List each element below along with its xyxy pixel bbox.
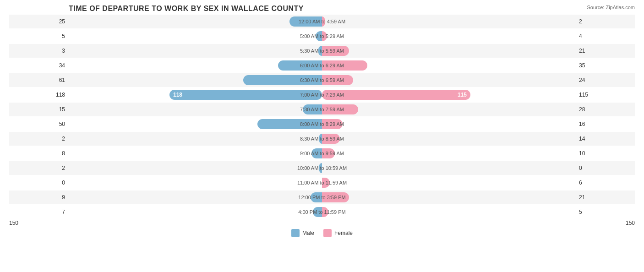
bar-left-wrap <box>128 148 322 158</box>
right-value: 0 <box>575 165 635 171</box>
left-value: 0 <box>9 180 69 186</box>
bars-center: 5:30 AM to 5:59 AM <box>69 44 575 58</box>
bar-left-wrap <box>128 119 322 129</box>
table-row: 2 10:00 AM to 10:59 AM 0 <box>9 161 635 175</box>
bar-right-wrap <box>322 46 516 56</box>
right-value: 5 <box>575 209 635 215</box>
bar-female: 115 <box>322 90 470 100</box>
left-value: 5 <box>9 33 69 39</box>
left-value: 9 <box>9 194 69 201</box>
bar-female <box>322 192 349 202</box>
table-row: 25 12:00 AM to 4:59 AM 2 <box>9 15 635 28</box>
bars-center: 5:00 AM to 5:29 AM <box>69 29 575 43</box>
bar-right-wrap <box>322 31 516 41</box>
bar-left-wrap: 118 <box>128 90 322 100</box>
bars-center: 10:00 AM to 10:59 AM <box>69 161 575 175</box>
table-row: 0 11:00 AM to 11:59 AM 6 <box>9 176 635 190</box>
bar-male <box>257 119 322 129</box>
bar-female <box>322 178 330 188</box>
bars-center: 6:00 AM to 6:29 AM <box>69 59 575 72</box>
left-value: 118 <box>9 92 69 98</box>
bar-female <box>322 16 325 27</box>
table-row: 2 8:30 AM to 8:59 AM 14 <box>9 132 635 146</box>
bar-right-wrap <box>322 163 516 173</box>
bars-center: 11:00 AM to 11:59 AM <box>69 176 575 190</box>
left-value: 3 <box>9 48 69 54</box>
right-value: 21 <box>575 48 635 54</box>
right-value: 4 <box>575 33 635 39</box>
bar-right-wrap <box>322 148 516 158</box>
bars-center: 8:30 AM to 8:59 AM <box>69 132 575 146</box>
bars-center: 4:00 PM to 11:59 PM <box>69 205 575 219</box>
left-value: 61 <box>9 77 69 83</box>
bar-male <box>289 16 322 27</box>
bar-right-wrap: 115 <box>322 90 516 100</box>
legend: Male Female <box>9 229 635 237</box>
source-text: Source: ZipAtlas.com <box>587 5 635 10</box>
bar-left-wrap <box>128 60 322 71</box>
bar-right-wrap <box>322 119 516 129</box>
bar-left-wrap <box>128 192 322 202</box>
right-value: 21 <box>575 194 635 201</box>
bar-left-wrap <box>128 75 322 85</box>
bar-right-wrap <box>322 75 516 85</box>
bar-female <box>322 60 367 71</box>
left-value: 2 <box>9 165 69 171</box>
bar-right-wrap <box>322 60 516 71</box>
bar-female <box>322 134 340 144</box>
bars-center: 6:30 AM to 6:59 AM <box>69 73 575 87</box>
bar-female <box>322 75 353 85</box>
bar-female <box>322 31 327 41</box>
right-value: 115 <box>575 92 635 98</box>
bar-right-wrap <box>322 192 516 202</box>
bar-left-wrap <box>128 104 322 114</box>
axis-left: 150 <box>9 220 18 226</box>
bar-female <box>322 104 358 114</box>
legend-male: Male <box>291 229 314 237</box>
right-value: 28 <box>575 106 635 113</box>
right-value: 35 <box>575 62 635 69</box>
bar-left-wrap <box>128 207 322 217</box>
axis-labels: 150 150 <box>9 220 635 226</box>
left-value: 34 <box>9 62 69 69</box>
bar-left-wrap <box>128 46 322 56</box>
left-value: 50 <box>9 121 69 127</box>
bar-left-wrap <box>128 163 322 173</box>
bar-right-wrap <box>322 178 516 188</box>
bars-center: 9:00 AM to 9:59 AM <box>69 147 575 160</box>
bar-male <box>311 148 322 158</box>
table-row: 61 6:30 AM to 6:59 AM 24 <box>9 73 635 87</box>
legend-female-icon <box>323 229 332 237</box>
bar-left-wrap <box>128 31 322 41</box>
bar-right-wrap <box>322 207 516 217</box>
right-value: 10 <box>575 150 635 157</box>
right-value: 14 <box>575 136 635 142</box>
bars-center: 8:00 AM to 8:29 AM <box>69 117 575 131</box>
chart-container: TIME OF DEPARTURE TO WORK BY SEX IN WALL… <box>0 0 644 272</box>
left-value: 7 <box>9 209 69 215</box>
legend-female-label: Female <box>334 230 353 236</box>
table-row: 15 7:30 AM to 7:59 AM 28 <box>9 103 635 116</box>
bar-left-wrap <box>128 178 322 188</box>
right-value: 2 <box>575 18 635 25</box>
bar-female <box>322 46 349 56</box>
bar-left-wrap <box>128 16 322 27</box>
axis-right: 150 <box>626 220 635 226</box>
bar-male: 118 <box>169 90 322 100</box>
legend-male-icon <box>291 229 300 237</box>
table-row: 118 118 7:00 AM to 7:29 AM 115 115 <box>9 88 635 102</box>
bars-center: 7:30 AM to 7:59 AM <box>69 103 575 116</box>
chart-area: 25 12:00 AM to 4:59 AM 2 5 5:00 AM to 5:… <box>9 15 635 219</box>
bar-male <box>303 104 322 114</box>
bar-male <box>318 46 322 56</box>
bar-male <box>243 75 322 85</box>
chart-title: TIME OF DEPARTURE TO WORK BY SEX IN WALL… <box>9 5 635 13</box>
bar-male <box>311 192 322 202</box>
left-value: 8 <box>9 150 69 157</box>
bar-female <box>322 119 343 129</box>
left-value: 2 <box>9 136 69 142</box>
bar-male <box>313 207 322 217</box>
bars-center: 12:00 PM to 3:59 PM <box>69 190 575 204</box>
table-row: 7 4:00 PM to 11:59 PM 5 <box>9 205 635 219</box>
bars-center: 12:00 AM to 4:59 AM <box>69 15 575 28</box>
